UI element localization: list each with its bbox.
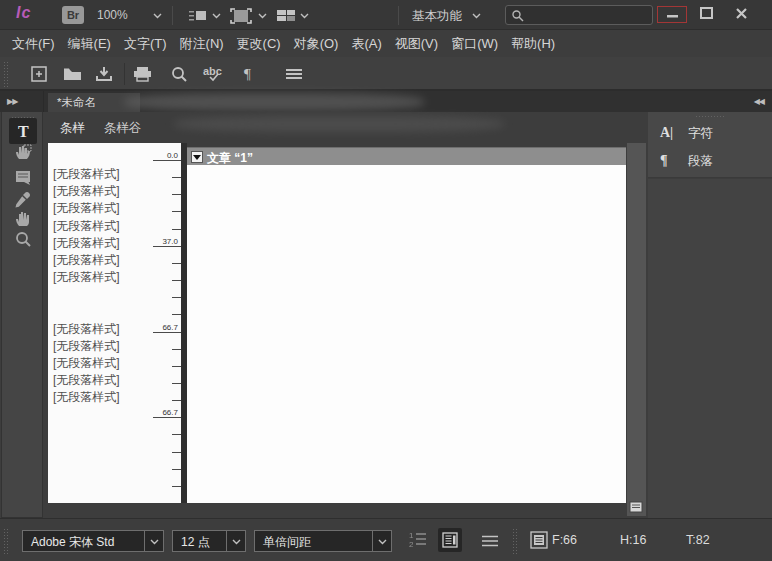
zoom-level-value[interactable]: 100% [97, 8, 128, 22]
story-title: 文章 “1” [207, 150, 253, 167]
paragraph-style-row[interactable]: [无段落样式] [53, 183, 120, 200]
workspace-switcher[interactable]: 基本功能 [412, 8, 462, 25]
menu-item-4[interactable]: 更改(C) [237, 35, 281, 53]
frame-view-icon[interactable] [230, 8, 252, 24]
paragraph-style-row[interactable]: [无段落样式] [53, 200, 120, 217]
show-hidden-characters-icon[interactable]: ¶ [242, 65, 262, 83]
menu-item-8[interactable]: 窗口(W) [451, 35, 498, 53]
chevron-down-icon[interactable] [212, 11, 221, 20]
window-layout-icon[interactable] [276, 8, 296, 23]
collapse-story-icon[interactable] [191, 151, 203, 163]
menu-item-0[interactable]: 文件(F) [12, 35, 55, 53]
toolbar-menu-icon[interactable] [284, 65, 304, 83]
status-bar: Adobe 宋体 Std 12 点 单倍间距 12 [0, 518, 772, 561]
print-icon[interactable] [132, 65, 152, 83]
font-family-select[interactable]: Adobe 宋体 Std [22, 530, 164, 552]
paragraph-style-row[interactable]: [无段落样式] [53, 372, 120, 389]
ruler-number: 66.7 [162, 408, 178, 417]
new-document-icon[interactable] [30, 65, 50, 83]
chevron-down-icon[interactable] [472, 11, 481, 20]
page-view-icon[interactable] [629, 501, 643, 513]
paragraph-style-row[interactable]: [无段落样式] [53, 338, 120, 355]
line-numbers-icon[interactable]: 12 [408, 529, 428, 549]
search-input[interactable] [505, 5, 653, 25]
character-panel-button[interactable]: A| 字符 [660, 120, 713, 146]
menu-item-9[interactable]: 帮助(H) [511, 35, 555, 53]
menu-item-6[interactable]: 表(A) [351, 35, 381, 53]
note-tool[interactable] [9, 166, 37, 188]
zoom-tool[interactable] [9, 228, 37, 250]
screenshot-smudge [124, 93, 424, 111]
paragraph-style-row[interactable]: [无段落样式] [53, 252, 120, 269]
ruler-tick [172, 452, 181, 453]
chevron-down-icon[interactable] [144, 531, 163, 551]
ruler-tick [172, 211, 181, 212]
menu-item-7[interactable]: 视图(V) [395, 35, 438, 53]
paragraph-style-row[interactable]: [无段落样式] [53, 389, 120, 406]
leading-select[interactable]: 单倍间距 [254, 530, 392, 552]
ruler-tick [172, 366, 181, 367]
ruler-number-line [153, 246, 181, 247]
galley-info-column: [无段落样式][无段落样式][无段落样式][无段落样式][无段落样式][无段落样… [48, 143, 181, 503]
story-editor-area[interactable]: 文章 “1” [187, 147, 626, 503]
dock-header[interactable]: ◀◀ [648, 91, 772, 112]
menu-item-5[interactable]: 对象(O) [294, 35, 339, 53]
expand-panel-icon[interactable]: ▶▶ [7, 97, 17, 106]
svg-text:1: 1 [409, 531, 414, 540]
statusbar-grip[interactable] [3, 528, 8, 554]
galley-view-icon[interactable] [438, 528, 462, 552]
height-count: H:16 [620, 533, 646, 547]
tab-story[interactable]: 条样谷 [104, 120, 142, 137]
spellcheck-icon[interactable]: abc [202, 65, 228, 83]
ruler-number: 0.0 [167, 151, 178, 160]
menu-item-2[interactable]: 文字(T) [124, 35, 167, 53]
save-icon[interactable] [94, 65, 114, 83]
chevron-down-icon[interactable] [226, 531, 245, 551]
paragraph-style-row[interactable]: [无段落样式] [53, 321, 120, 338]
toolbar-separator [124, 63, 125, 85]
note-grabber-tool[interactable] [9, 141, 37, 163]
paragraph-style-row[interactable]: [无段落样式] [53, 235, 120, 252]
status-menu-icon[interactable] [480, 534, 500, 548]
chevron-down-icon[interactable] [258, 11, 267, 20]
tool-panel-header[interactable]: ▶▶ [0, 91, 44, 112]
menu-item-3[interactable]: 附注(N) [180, 35, 224, 53]
chevron-down-icon[interactable] [372, 531, 391, 551]
minimize-button[interactable] [657, 6, 687, 23]
view-options-icon[interactable] [188, 8, 208, 23]
paragraph-style-row[interactable]: [无段落样式] [53, 269, 120, 286]
font-size-select[interactable]: 12 点 [172, 530, 246, 552]
maximize-button[interactable] [692, 6, 722, 23]
ruler-number-line [153, 417, 181, 418]
eyedropper-tool[interactable] [9, 188, 37, 210]
paragraph-style-row[interactable]: [无段落样式] [53, 355, 120, 372]
open-folder-icon[interactable] [62, 65, 82, 83]
paragraph-panel-button[interactable]: ¶ 段落 [660, 148, 713, 174]
status-grip[interactable] [512, 528, 517, 554]
text-count-icon[interactable] [530, 531, 548, 549]
ruler-tick [172, 314, 181, 315]
hand-tool[interactable] [9, 208, 37, 230]
ruler-tick [172, 263, 181, 264]
paragraph-style-row[interactable]: [无段落样式] [53, 166, 120, 183]
search-icon [511, 9, 524, 22]
find-icon[interactable] [170, 65, 190, 83]
menu-item-1[interactable]: 编辑(E) [68, 35, 111, 53]
panel-grip[interactable] [695, 115, 725, 119]
tab-galley[interactable]: 条样 [60, 120, 85, 137]
close-button[interactable] [727, 6, 757, 23]
chevron-down-icon[interactable] [300, 11, 309, 20]
ruler-tick [172, 297, 181, 298]
paragraph-style-row[interactable]: [无段落样式] [53, 218, 120, 235]
ruler-number: 37.0 [162, 237, 178, 246]
footnote-count: F:66 [552, 533, 577, 547]
collapse-dock-icon[interactable]: ◀◀ [754, 97, 764, 106]
toolbar-grip[interactable] [3, 61, 8, 87]
editor-right-strip [627, 143, 646, 516]
svg-text:2: 2 [409, 540, 414, 549]
story-header-bar: 文章 “1” [187, 147, 626, 165]
ruler-number-line [153, 160, 181, 161]
bridge-button[interactable]: Br [62, 6, 84, 24]
paragraph-icon: ¶ [660, 153, 682, 169]
chevron-down-icon[interactable] [153, 11, 162, 20]
